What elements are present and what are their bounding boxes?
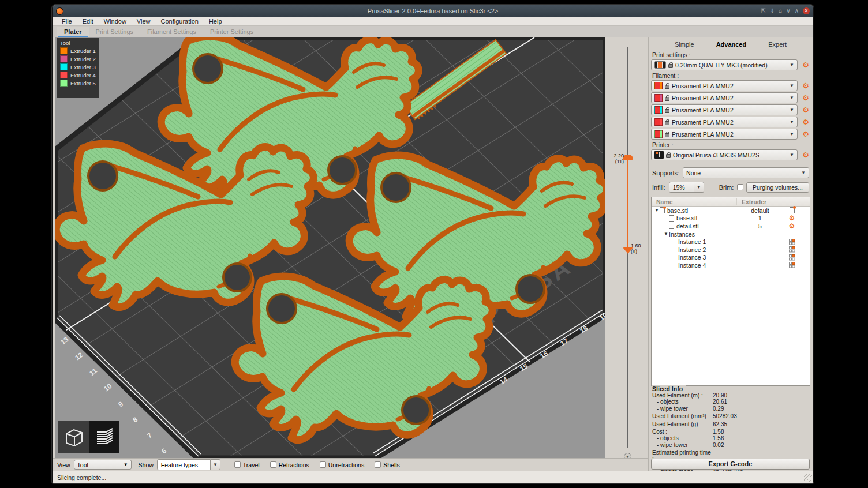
minimize-window-button-icon[interactable]: ∨ [786, 7, 790, 14]
supports-combo[interactable]: None ▼ [683, 167, 809, 178]
filament-gear-button-5[interactable]: ⚙ [801, 130, 810, 139]
infill-dropdown-button[interactable]: ▼ [694, 182, 704, 193]
filament-gear-button-1[interactable]: ⚙ [801, 81, 810, 91]
object-row-instance-1[interactable]: Instance 1 [652, 238, 810, 246]
view-layers-button[interactable] [89, 421, 119, 453]
shade-window-button-icon[interactable]: ⇱ [761, 7, 766, 14]
close-window-button-icon[interactable]: × [803, 7, 810, 14]
brim-checkbox[interactable] [737, 184, 743, 190]
sliced-info-value: 0.29 [713, 406, 724, 412]
object-row-instances[interactable]: ▼Instances [652, 230, 810, 238]
retractions-checkbox[interactable] [270, 461, 276, 468]
object-settings-icon[interactable] [790, 207, 795, 213]
tab-bar: PlaterPrint SettingsFilament SettingsPri… [53, 26, 813, 37]
sliced-info-label: - wipe tower [652, 406, 713, 412]
sliced-info-value: 62.35 [713, 422, 727, 427]
tab-printer-settings[interactable]: Printer Settings [203, 27, 260, 37]
instance-grid-icon[interactable] [789, 254, 795, 261]
filament-gear-button-4[interactable]: ⚙ [801, 118, 810, 127]
menu-item-window[interactable]: Window [99, 17, 131, 25]
object-row-detail-stl[interactable]: detail.stl5⚙ [652, 222, 810, 230]
object-name: Instance 2 [678, 246, 706, 253]
shells-checkbox[interactable] [375, 461, 381, 468]
unretractions-checkbox-label: Unretractions [328, 461, 364, 468]
tree-expand-icon[interactable]: ▼ [654, 208, 660, 213]
tab-filament-settings[interactable]: Filament Settings [140, 27, 203, 37]
tab-print-settings[interactable]: Print Settings [89, 27, 140, 37]
filament-color-swatch [654, 106, 663, 114]
purging-volumes-button[interactable]: Purging volumes... [746, 182, 809, 193]
mode-tab-expert[interactable]: Expert [766, 41, 789, 48]
chevron-down-icon: ▼ [790, 95, 794, 100]
object-row-base-stl[interactable]: ▼base.stldefault [652, 207, 810, 215]
column-extruder[interactable]: Extruder [737, 198, 783, 205]
maximize-window-button-icon[interactable]: ∧ [795, 7, 799, 14]
view-combo[interactable]: Tool ▼ [74, 460, 132, 470]
mode-tab-advanced[interactable]: Advanced [714, 41, 749, 48]
retractions-checkbox-label: Retractions [279, 461, 309, 468]
filament-gear-button-3[interactable]: ⚙ [801, 106, 810, 115]
sliced-info-row: - objects20.61 [652, 399, 809, 405]
menu-item-help[interactable]: Help [204, 17, 227, 25]
gear-icon[interactable]: ⚙ [789, 214, 795, 222]
layer-slider-track-bottom[interactable] [627, 250, 628, 448]
filament-combo-5[interactable]: Prusament PLA MMU2▼ [651, 129, 798, 140]
column-name[interactable]: Name [652, 198, 737, 205]
extruder-color-swatch [60, 80, 68, 87]
mode-tabs: SimpleAdvancedExpert [651, 41, 810, 48]
sliced-info-label: - objects [652, 399, 713, 405]
export-gcode-button[interactable]: Export G-code [651, 459, 810, 470]
print-settings-gear-button[interactable]: ⚙ [801, 61, 810, 70]
printer-gear-button[interactable]: ⚙ [801, 151, 810, 160]
filament-combo-3[interactable]: Prusament PLA MMU2▼ [651, 104, 798, 115]
print-settings-combo[interactable]: 0.20mm QUALITY MK3 (modified) ▼ [651, 59, 798, 70]
lower-window-button-icon[interactable]: ⇓ [770, 7, 775, 14]
menu-item-edit[interactable]: Edit [78, 17, 98, 25]
show-combo[interactable]: Feature types [157, 459, 211, 470]
view-3d-button[interactable] [58, 421, 89, 453]
menu-item-file[interactable]: File [57, 17, 77, 25]
gear-icon[interactable]: ⚙ [789, 222, 795, 230]
sliced-info-row: Used Filament (g)62.35 [652, 422, 809, 427]
show-dropdown-button[interactable]: ▼ [211, 459, 220, 470]
filament-combo-4[interactable]: Prusament PLA MMU2▼ [651, 117, 798, 127]
infill-combo[interactable]: 15% [669, 182, 694, 193]
printer-combo[interactable]: Original Prusa i3 MK3S MMU2S ▼ [651, 149, 798, 160]
resize-grip[interactable] [804, 474, 812, 482]
filament-value: Prusament PLA MMU2 [672, 95, 734, 102]
object-row-instance-4[interactable]: Instance 4 [652, 261, 810, 269]
object-extruder-value: 1 [737, 215, 783, 222]
travel-checkbox-label: Travel [243, 461, 260, 468]
filament-combo-1[interactable]: Prusament PLA MMU2▼ [651, 80, 798, 91]
unretractions-checkbox[interactable] [320, 461, 326, 468]
travel-checkbox[interactable] [234, 461, 241, 468]
filament-gear-button-2[interactable]: ⚙ [801, 93, 810, 103]
filament-combo-2[interactable]: Prusament PLA MMU2▼ [651, 92, 798, 103]
tab-plater[interactable]: Plater [57, 27, 89, 37]
object-row-base-stl[interactable]: base.stl1⚙ [652, 215, 810, 223]
layer-slider-track-top[interactable] [627, 47, 628, 159]
instance-grid-icon[interactable] [789, 239, 795, 245]
chevron-down-icon: ▼ [790, 132, 794, 137]
sliced-info-label: Used Filament (g) [652, 422, 713, 427]
cube-icon [63, 426, 85, 448]
object-row-instance-3[interactable]: Instance 3 [652, 254, 810, 262]
menu-item-configuration[interactable]: Configuration [156, 17, 203, 25]
extruder-color-swatch [60, 72, 68, 78]
tree-expand-icon[interactable]: ▼ [663, 231, 669, 237]
status-bar: Slicing complete... [53, 471, 813, 483]
stick-window-button-icon[interactable]: ⌂ [779, 7, 782, 14]
legend-row: Extruder 5 [60, 80, 96, 87]
viewport-3d[interactable]: 131211109876141516171819 ORIGINAL PRUSA … [55, 37, 605, 458]
instance-grid-icon[interactable] [789, 262, 795, 268]
menu-item-view[interactable]: View [132, 17, 155, 25]
sliced-info-row: - wipe tower0.02 [652, 442, 809, 448]
object-row-instance-2[interactable]: Instance 2 [652, 246, 810, 254]
title-bar: PrusaSlicer-2.0.0+Fedora based on Slic3r… [53, 5, 813, 17]
mode-tab-simple[interactable]: Simple [672, 41, 697, 48]
printer-icon [654, 151, 664, 159]
layer-slider-range[interactable] [627, 159, 628, 250]
layer-slider-upper-handle[interactable] [623, 155, 633, 160]
instance-grid-icon[interactable] [789, 246, 795, 253]
infill-value: 15% [673, 184, 685, 191]
